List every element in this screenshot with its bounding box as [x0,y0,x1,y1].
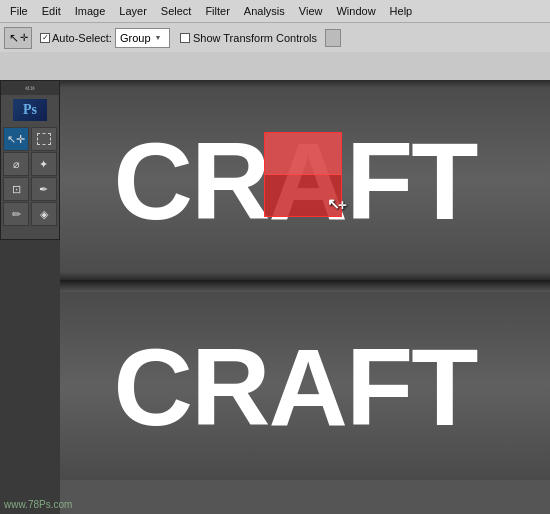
bottom-letter-t: T [411,323,476,450]
tool-brush[interactable]: ✏ [3,202,29,226]
eyedropper-icon: ✒ [39,183,48,196]
eraser-tool-icon: ◈ [40,208,48,221]
menu-layer[interactable]: Layer [113,3,153,19]
menu-bar: File Edit Image Layer Select Filter Anal… [0,0,550,22]
group-dropdown[interactable]: Group [115,28,170,48]
photoshop-ui: File Edit Image Layer Select Filter Anal… [0,0,550,80]
top-letter-r: R [191,117,268,244]
menu-view[interactable]: View [293,3,329,19]
h-selection-line [264,174,342,175]
show-transform-label: Show Transform Controls [193,32,317,44]
bottom-letter-c: C [114,323,191,450]
auto-select-checkbox-area[interactable]: Auto-Select: [40,32,112,44]
marquee-tool-icon [37,133,51,145]
show-transform-checkbox[interactable] [180,33,190,43]
menu-window[interactable]: Window [330,3,381,19]
collapse-arrows-icon: «» [25,83,35,93]
menu-filter[interactable]: Filter [199,3,235,19]
menu-edit[interactable]: Edit [36,3,67,19]
tool-move[interactable]: ↖✛ [3,127,29,151]
bottom-letter-r: R [191,323,268,450]
canvas-area: C R A ↖✛ F T C R A [60,80,550,514]
tool-eyedropper[interactable]: ✒ [31,177,57,201]
auto-select-checkbox[interactable] [40,33,50,43]
ps-logo: Ps [13,99,47,121]
top-letter-a-container: A ↖✛ [269,117,346,244]
menu-image[interactable]: Image [69,3,112,19]
lasso-tool-icon: ⌀ [13,158,20,171]
bottom-letter-f: F [346,323,411,450]
magic-wand-icon: ✦ [39,158,48,171]
move-tool-icon: ↖✛ [7,133,25,146]
top-letter-c: C [114,117,191,244]
tool-crop[interactable]: ⊡ [3,177,29,201]
top-craft-text: C R A ↖✛ F T [114,117,477,244]
auto-select-label: Auto-Select: [52,32,112,44]
move-tool-btn[interactable]: ↖ ✛ [4,27,32,49]
tool-lasso[interactable]: ⌀ [3,152,29,176]
bottom-canvas-panel: C R A F T [60,292,550,480]
extra-control[interactable] [325,29,341,47]
auto-select-group: Auto-Select: Group [40,28,170,48]
panel-divider [60,280,550,292]
show-transform-group: Show Transform Controls [180,32,317,44]
tool-magic-wand[interactable]: ✦ [31,152,57,176]
options-bar: ↖ ✛ Auto-Select: Group Show Transform Co… [0,22,550,52]
menu-analysis[interactable]: Analysis [238,3,291,19]
crosshair-icon: ✛ [20,32,28,43]
toolbox-collapse-btn[interactable]: «» [1,81,59,95]
move-arrow-icon: ↖ [9,31,19,45]
tool-eraser[interactable]: ◈ [31,202,57,226]
menu-help[interactable]: Help [384,3,419,19]
watermark: www.78Ps.com [4,499,72,510]
tool-grid: ↖✛ ⌀ ✦ ⊡ ✒ ✏ ◈ [1,125,59,228]
tool-marquee[interactable] [31,127,57,151]
top-letter-t: T [411,117,476,244]
crop-tool-icon: ⊡ [12,183,21,196]
menu-select[interactable]: Select [155,3,198,19]
move-cursor: ↖✛ [327,195,344,213]
bottom-letter-a: A [269,323,346,450]
brush-tool-icon: ✏ [12,208,21,221]
top-letter-f: F [346,117,411,244]
top-canvas-panel: C R A ↖✛ F T [60,80,550,280]
bottom-craft-text: C R A F T [114,323,477,450]
menu-file[interactable]: File [4,3,34,19]
toolbox-panel: «» Ps ↖✛ ⌀ ✦ ⊡ ✒ ✏ ◈ [0,80,60,240]
